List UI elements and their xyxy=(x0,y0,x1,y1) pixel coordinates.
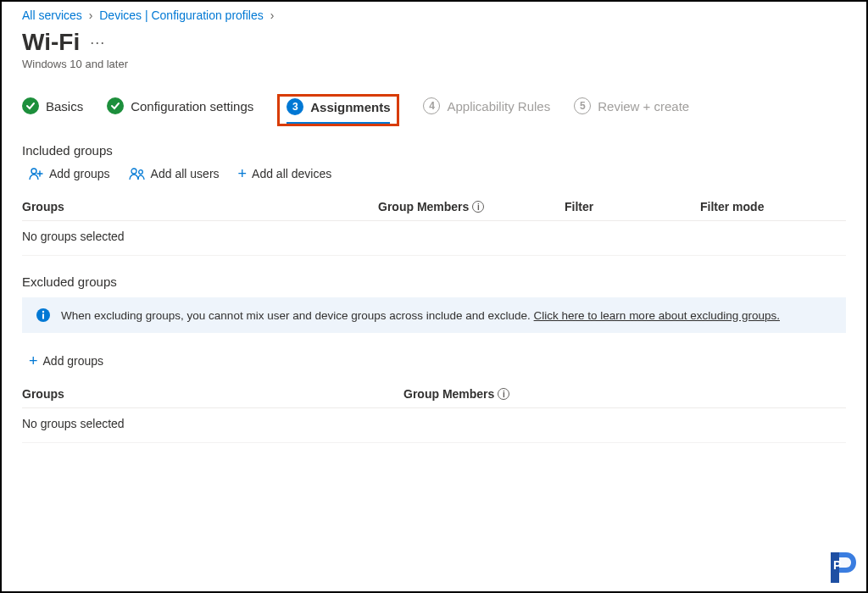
wizard-step-label: Applicability Rules xyxy=(447,99,550,114)
wizard-step-label: Assignments xyxy=(310,100,390,114)
page-title: Wi-Fi xyxy=(22,29,80,56)
breadcrumb: All services › Devices | Configuration p… xyxy=(22,8,846,22)
wizard-step-label: Review + create xyxy=(598,99,689,114)
add-all-devices-button[interactable]: + Add all devices xyxy=(238,166,332,181)
add-all-devices-label: Add all devices xyxy=(252,167,331,180)
brand-logo: P xyxy=(824,549,861,586)
svg-point-1 xyxy=(131,169,136,174)
excluded-empty-row: No groups selected xyxy=(22,408,846,443)
wizard-step-label: Configuration settings xyxy=(131,99,253,114)
highlight-box: 3 Assignments xyxy=(277,94,399,126)
check-icon xyxy=(22,97,39,114)
wizard-step-configuration[interactable]: Configuration settings xyxy=(107,97,253,123)
chevron-right-icon: › xyxy=(89,8,93,22)
included-table-header: Groups Group Members i Filter Filter mod… xyxy=(22,193,846,221)
breadcrumb-devices-config[interactable]: Devices | Configuration profiles xyxy=(99,8,264,22)
col-group-members: Group Members i xyxy=(378,200,565,213)
step-number-badge: 4 xyxy=(423,97,440,114)
col-filter: Filter xyxy=(565,200,700,213)
col-group-members: Group Members i xyxy=(403,387,846,401)
col-groups: Groups xyxy=(22,200,378,213)
page-subtitle: Windows 10 and later xyxy=(22,58,846,70)
check-icon xyxy=(107,97,124,114)
excluded-info-banner: When excluding groups, you cannot mix us… xyxy=(22,297,846,333)
banner-learn-more-link[interactable]: Click here to learn more about excluding… xyxy=(534,309,780,322)
wizard-step-review[interactable]: 5 Review + create xyxy=(574,97,689,123)
excluded-add-groups-label: Add groups xyxy=(43,354,104,368)
people-icon xyxy=(129,167,146,180)
included-empty-row: No groups selected xyxy=(22,221,846,256)
excluded-table-header: Groups Group Members i xyxy=(22,380,846,408)
step-number-badge: 3 xyxy=(287,98,303,115)
plus-icon: + xyxy=(238,166,248,181)
chevron-right-icon: › xyxy=(270,8,275,22)
svg-text:P: P xyxy=(833,558,841,572)
svg-rect-4 xyxy=(42,314,44,319)
wizard-step-assignments[interactable]: 3 Assignments xyxy=(287,98,390,124)
info-icon[interactable]: i xyxy=(498,388,509,400)
included-groups-heading: Included groups xyxy=(22,143,846,158)
add-all-users-label: Add all users xyxy=(151,167,220,180)
breadcrumb-all-services[interactable]: All services xyxy=(22,8,82,22)
banner-text: When excluding groups, you cannot mix us… xyxy=(61,309,534,322)
excluded-add-groups-button[interactable]: + Add groups xyxy=(29,353,103,369)
col-groups: Groups xyxy=(22,387,403,401)
svg-point-5 xyxy=(42,311,44,313)
more-menu-icon[interactable]: ··· xyxy=(90,35,105,50)
info-icon[interactable]: i xyxy=(472,201,484,213)
excluded-groups-heading: Excluded groups xyxy=(22,274,846,289)
wizard-step-basics[interactable]: Basics xyxy=(22,97,83,123)
add-groups-label: Add groups xyxy=(49,167,110,180)
add-groups-button[interactable]: Add groups xyxy=(29,167,110,180)
wizard-steps: Basics Configuration settings 3 Assignme… xyxy=(22,94,846,126)
svg-point-0 xyxy=(31,169,36,174)
step-number-badge: 5 xyxy=(574,97,591,114)
svg-point-2 xyxy=(138,170,142,175)
col-filter-mode: Filter mode xyxy=(700,200,846,213)
person-add-icon xyxy=(29,167,44,180)
wizard-step-applicability[interactable]: 4 Applicability Rules xyxy=(423,97,550,123)
add-all-users-button[interactable]: Add all users xyxy=(129,167,220,180)
info-icon xyxy=(36,308,51,323)
wizard-step-label: Basics xyxy=(46,99,83,114)
plus-icon: + xyxy=(29,353,38,369)
